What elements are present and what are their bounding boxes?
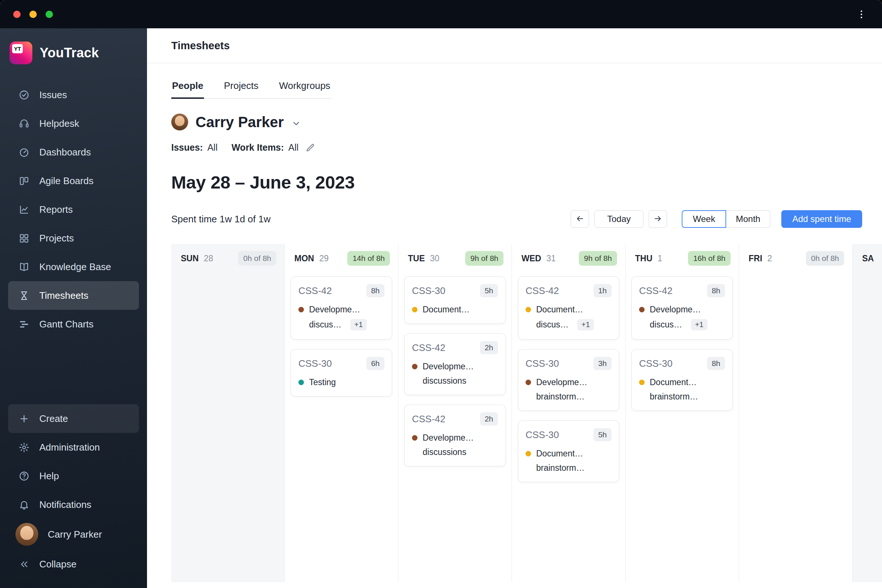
plus-icon <box>18 413 30 424</box>
sidebar-nav: Issues Helpdesk Dashboards Agile Boards … <box>0 81 147 339</box>
work-item-card[interactable]: CSS-42 2h Developme… discussions <box>404 333 506 395</box>
sidebar-bottom: Create Administration Help Notifications… <box>0 404 147 579</box>
zoom-button[interactable] <box>46 10 53 18</box>
minimize-button[interactable] <box>29 10 37 18</box>
work-item-card[interactable]: CSS-30 3h Developme… brainstorm… <box>518 349 619 411</box>
issues-filter-value[interactable]: All <box>207 142 218 153</box>
sidebar-item-gantt-charts[interactable]: Gantt Charts <box>8 310 139 339</box>
issue-id[interactable]: CSS-30 <box>639 358 672 369</box>
issue-id[interactable]: CSS-30 <box>525 358 559 369</box>
work-item-card[interactable]: CSS-42 1h Document… discus… +1 <box>518 276 619 340</box>
day-header: SA <box>853 244 882 267</box>
hours-badge: 6h <box>366 357 384 370</box>
sidebar-item-helpdesk[interactable]: Helpdesk <box>8 109 139 138</box>
brand-name: YouTrack <box>40 45 99 61</box>
create-button[interactable]: Create <box>8 404 139 433</box>
chevron-down-icon[interactable] <box>291 118 302 129</box>
sidebar-item-reports[interactable]: Reports <box>8 195 139 224</box>
collapse-icon <box>18 559 30 570</box>
hours-badge: 3h <box>594 357 612 370</box>
day-header: FRI 2 0h of 8h <box>739 244 852 267</box>
hours-badge: 8h <box>707 357 725 370</box>
arrow-left-icon <box>575 214 585 225</box>
sidebar-item-label: Reports <box>39 204 73 215</box>
add-spent-time-button[interactable]: Add spent time <box>781 210 862 228</box>
day-number: 2 <box>767 254 772 264</box>
prev-week-button[interactable] <box>571 210 589 228</box>
issue-id[interactable]: CSS-42 <box>639 285 672 297</box>
work-type-dot <box>525 380 531 385</box>
month-toggle-button[interactable]: Month <box>726 210 770 228</box>
tab-people[interactable]: People <box>171 80 204 99</box>
work-type-label: Document… <box>423 304 470 315</box>
sidebar-item-notifications[interactable]: Notifications <box>8 490 139 519</box>
issue-id[interactable]: CSS-42 <box>412 342 446 354</box>
user-avatar <box>15 523 38 546</box>
day-hours-badge: 14h of 8h <box>347 251 390 266</box>
sidebar-item-label: Agile Boards <box>39 175 93 187</box>
issues-filter-label: Issues: <box>171 142 203 153</box>
work-item-card[interactable]: CSS-42 8h Developme… discus… +1 <box>291 276 392 340</box>
hours-badge: 2h <box>480 341 498 354</box>
sidebar-collapse-button[interactable]: Collapse <box>8 550 139 579</box>
day-number: 29 <box>320 254 329 264</box>
gantt-charts-icon <box>18 319 30 330</box>
day-cards: CSS-42 8h Developme… discus… +1 <box>285 267 398 396</box>
work-type-label: Document… <box>650 377 697 387</box>
edit-pencil-icon[interactable] <box>305 142 315 153</box>
sidebar: YT YouTrack Issues Helpdesk Dashboards <box>0 28 147 588</box>
sidebar-user-profile[interactable]: Carry Parker <box>8 519 139 550</box>
tab-projects[interactable]: Projects <box>223 80 259 99</box>
day-column-mon: MON 29 14h of 8h CSS-42 8h <box>285 244 398 582</box>
tab-workgroups[interactable]: Workgroups <box>278 80 331 99</box>
sidebar-item-dashboards[interactable]: Dashboards <box>8 138 139 166</box>
work-type-label: Document… <box>536 449 583 459</box>
day-column-fri: FRI 2 0h of 8h <box>739 244 853 582</box>
timesheet-calendar: SUN 28 0h of 8h MON 29 14h of 8h <box>171 244 882 582</box>
sidebar-item-agile-boards[interactable]: Agile Boards <box>8 166 139 195</box>
work-item-card[interactable]: CSS-30 8h Document… brainstorm… <box>632 349 733 411</box>
sidebar-item-help[interactable]: Help <box>8 462 139 490</box>
day-cards <box>853 267 882 276</box>
next-week-button[interactable] <box>649 210 667 228</box>
issue-id[interactable]: CSS-30 <box>525 429 559 441</box>
sidebar-item-knowledge-base[interactable]: Knowledge Base <box>8 252 139 281</box>
issue-id[interactable]: CSS-42 <box>412 413 446 425</box>
work-type-dot <box>412 364 417 369</box>
filters-row: Issues: All Work Items: All <box>171 142 882 153</box>
sidebar-item-issues[interactable]: Issues <box>8 81 139 109</box>
sidebar-item-projects[interactable]: Projects <box>8 224 139 252</box>
work-item-card[interactable]: CSS-42 8h Developme… discus… +1 <box>632 276 733 340</box>
today-button[interactable]: Today <box>594 210 644 228</box>
work-item-card[interactable]: CSS-30 5h Document… <box>404 276 506 324</box>
work-item-card[interactable]: CSS-42 2h Developme… discussions <box>404 405 506 466</box>
person-selector[interactable]: Carry Parker <box>171 114 882 130</box>
hours-badge: 2h <box>480 412 498 426</box>
issue-id[interactable]: CSS-42 <box>298 285 332 297</box>
work-item-card[interactable]: CSS-30 6h Testing <box>291 349 392 396</box>
day-number: 1 <box>657 254 662 264</box>
help-icon <box>18 470 30 482</box>
issue-id[interactable]: CSS-42 <box>525 285 559 297</box>
work-items-filter-value[interactable]: All <box>288 142 299 153</box>
user-name-label: Carry Parker <box>48 529 102 540</box>
day-abbrev: WED <box>522 254 542 264</box>
work-type-dot <box>412 435 417 441</box>
issue-id[interactable]: CSS-30 <box>412 285 446 297</box>
sidebar-item-administration[interactable]: Administration <box>8 433 139 462</box>
issue-id[interactable]: CSS-30 <box>298 358 332 369</box>
sidebar-item-label: Helpdesk <box>39 118 79 129</box>
work-type-label: brainstorm… <box>536 463 585 473</box>
work-type-label: discussions <box>423 447 466 457</box>
work-item-card[interactable]: CSS-30 5h Document… brainstorm… <box>518 420 619 482</box>
sidebar-item-label: Administration <box>39 442 100 453</box>
week-toggle-button[interactable]: Week <box>682 210 726 228</box>
kebab-menu-icon[interactable] <box>854 7 869 22</box>
close-button[interactable] <box>13 10 21 18</box>
day-cards: CSS-30 5h Document… CSS-42 <box>398 267 512 466</box>
reports-icon <box>18 204 30 215</box>
sidebar-item-label: Dashboards <box>39 147 91 158</box>
sidebar-item-timesheets[interactable]: Timesheets <box>8 281 139 310</box>
work-type-dot <box>298 307 304 312</box>
window-titlebar <box>0 0 882 28</box>
